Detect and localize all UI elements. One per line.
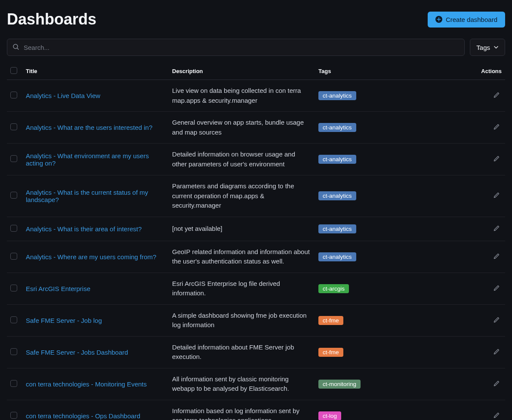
dashboard-description: All information sent by classic monitori…: [172, 375, 289, 392]
dashboard-title-link[interactable]: con terra technologies - Monitoring Even…: [26, 380, 147, 388]
select-all-checkbox[interactable]: [10, 67, 17, 74]
edit-button[interactable]: [491, 283, 502, 294]
dashboard-description: Parameters and diagrams according to the…: [172, 182, 294, 209]
search-field-wrap[interactable]: [7, 39, 465, 56]
dashboard-title-link[interactable]: Esri ArcGIS Enterprise: [26, 285, 90, 292]
create-dashboard-label: Create dashboard: [446, 16, 497, 23]
row-checkbox[interactable]: [10, 412, 17, 419]
dashboard-description: GeoIP related information and informatio…: [172, 248, 310, 265]
table-row: Analytics - Live Data ViewLive view on d…: [7, 80, 505, 112]
tag-badge[interactable]: ct-analytics: [318, 123, 356, 132]
tag-badge[interactable]: ct-analytics: [318, 155, 356, 164]
tag-badge[interactable]: ct-monitoring: [318, 380, 361, 389]
pencil-icon: [493, 93, 500, 100]
table-row: Analytics - What environment are my user…: [7, 144, 505, 175]
pencil-icon: [493, 286, 500, 293]
table-row: Safe FME Server - Job logA simple dashbo…: [7, 304, 505, 336]
dashboard-description: General overview on app starts, bundle u…: [172, 119, 304, 136]
column-header-description[interactable]: Description: [169, 63, 315, 80]
dashboard-description: A simple dashboard showing fme job execu…: [172, 312, 307, 329]
tag-badge[interactable]: ct-fme: [318, 316, 343, 325]
pencil-icon: [493, 414, 500, 420]
edit-button[interactable]: [491, 346, 502, 358]
chevron-down-icon: [493, 44, 499, 51]
table-row: Analytics - What is their area of intere…: [7, 217, 505, 241]
dashboards-table: Title Description Tags Actions Analytics…: [7, 63, 505, 420]
page-title: Dashboards: [7, 10, 96, 28]
search-icon: [12, 43, 19, 52]
pencil-icon: [493, 227, 500, 233]
row-checkbox[interactable]: [10, 192, 17, 199]
pencil-icon: [493, 350, 500, 356]
tag-badge[interactable]: ct-analytics: [318, 252, 356, 261]
tag-badge[interactable]: ct-arcgis: [318, 284, 349, 293]
row-checkbox[interactable]: [10, 316, 17, 323]
column-header-actions: Actions: [435, 63, 505, 80]
dashboard-description: Information based on log information sen…: [172, 407, 299, 420]
tag-badge[interactable]: ct-analytics: [318, 91, 356, 100]
edit-button[interactable]: [491, 190, 502, 202]
dashboard-title-link[interactable]: Analytics - What environment are my user…: [26, 152, 149, 167]
pencil-icon: [493, 318, 500, 325]
edit-button[interactable]: [491, 315, 502, 326]
dashboard-description: Esri ArcGIS Enterprise log file derived …: [172, 280, 280, 297]
column-header-title[interactable]: Title: [22, 63, 169, 80]
edit-button[interactable]: [491, 122, 502, 133]
row-checkbox[interactable]: [10, 92, 17, 98]
row-checkbox[interactable]: [10, 225, 17, 232]
dashboard-title-link[interactable]: Analytics - Live Data View: [26, 92, 100, 99]
row-checkbox[interactable]: [10, 155, 17, 162]
tag-badge[interactable]: ct-fme: [318, 348, 343, 357]
table-row: Esri ArcGIS EnterpriseEsri ArcGIS Enterp…: [7, 273, 505, 304]
dashboard-description: Detailed information on browser usage an…: [172, 150, 295, 168]
edit-button[interactable]: [491, 90, 502, 101]
dashboard-title-link[interactable]: Analytics - Where are my users coming fr…: [26, 253, 156, 261]
row-checkbox[interactable]: [10, 285, 17, 291]
table-row: Analytics - Where are my users coming fr…: [7, 241, 505, 273]
pencil-icon: [493, 254, 500, 261]
tag-badge[interactable]: ct-analytics: [318, 191, 356, 200]
edit-button[interactable]: [491, 223, 502, 235]
row-checkbox[interactable]: [10, 348, 17, 355]
tags-filter-button[interactable]: Tags: [470, 39, 505, 56]
dashboard-title-link[interactable]: con terra technologies - Ops Dashboard: [26, 412, 140, 420]
edit-button[interactable]: [491, 410, 502, 420]
row-checkbox[interactable]: [10, 253, 17, 260]
dashboard-description: Live view on data being collected in con…: [172, 87, 301, 104]
pencil-icon: [493, 193, 500, 200]
dashboard-title-link[interactable]: Analytics - What is the current status o…: [26, 189, 148, 203]
plus-circle-icon: [435, 16, 442, 23]
row-checkbox[interactable]: [10, 123, 17, 130]
tags-filter-label: Tags: [476, 44, 490, 51]
edit-button[interactable]: [491, 251, 502, 263]
dashboard-title-link[interactable]: Analytics - What is their area of intere…: [26, 225, 142, 233]
dashboard-description: Detailed information about FME Server jo…: [172, 343, 294, 361]
pencil-icon: [493, 157, 500, 163]
pencil-icon: [493, 382, 500, 388]
dashboard-title-link[interactable]: Safe FME Server - Jobs Dashboard: [26, 349, 128, 356]
table-row: con terra technologies - Monitoring Even…: [7, 368, 505, 400]
dashboard-description: [not yet available]: [172, 225, 222, 232]
tag-badge[interactable]: ct-analytics: [318, 224, 356, 233]
tag-badge[interactable]: ct-log: [318, 411, 341, 420]
edit-button[interactable]: [491, 153, 502, 165]
create-dashboard-button[interactable]: Create dashboard: [428, 12, 505, 28]
table-row: con terra technologies - Ops DashboardIn…: [7, 400, 505, 420]
dashboard-title-link[interactable]: Analytics - What are the users intereste…: [26, 124, 152, 131]
search-input[interactable]: [24, 44, 459, 51]
table-row: Safe FME Server - Jobs DashboardDetailed…: [7, 336, 505, 368]
table-row: Analytics - What are the users intereste…: [7, 112, 505, 144]
pencil-icon: [493, 125, 500, 132]
column-header-tags[interactable]: Tags: [315, 63, 435, 80]
edit-button[interactable]: [491, 378, 502, 390]
row-checkbox[interactable]: [10, 380, 17, 387]
dashboard-title-link[interactable]: Safe FME Server - Job log: [26, 317, 102, 324]
table-row: Analytics - What is the current status o…: [7, 175, 505, 217]
